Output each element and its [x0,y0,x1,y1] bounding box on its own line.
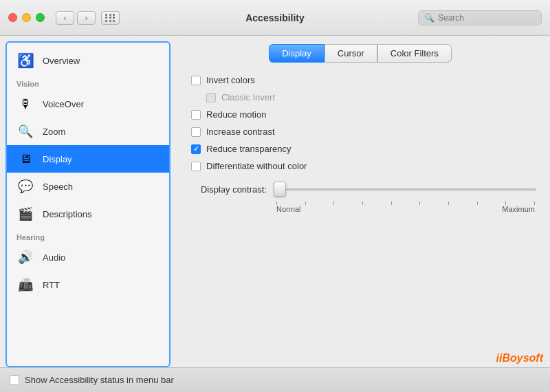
option-row-invert-colors: Invert colors [191,75,536,85]
hearing-section-label: Hearing [7,228,169,243]
tab-bar: Display Cursor Color Filters [184,44,536,63]
checkbox-reduce-transparency[interactable] [191,144,201,154]
option-row-differentiate-without-color: Differentiate without color [191,161,536,171]
vision-section-label: Vision [7,74,169,90]
back-button[interactable]: ‹ [56,11,74,25]
label-invert-colors: Invert colors [206,75,255,85]
bottom-bar: Show Accessibility status in menu bar [0,367,550,392]
slider-thumb[interactable] [274,182,286,197]
descriptions-icon: 🎬 [15,204,36,224]
label-increase-contrast: Increase contrast [206,127,275,137]
main-content: ♿ Overview Vision 🎙 VoiceOver 🔍 Zoom 🖥 D… [0,36,550,367]
sidebar-item-voiceover[interactable]: 🎙 VoiceOver [7,90,169,118]
label-classic-invert: Classic Invert [221,92,275,102]
option-row-reduce-motion: Reduce motion [191,109,536,120]
forward-button[interactable]: › [77,11,96,25]
slider-min-label: Normal [276,205,300,213]
sidebar: ♿ Overview Vision 🎙 VoiceOver 🔍 Zoom 🖥 D… [6,41,170,367]
overview-icon: ♿ [15,50,36,71]
audio-icon: 🔊 [15,247,36,268]
speech-label: Speech [43,182,73,192]
option-row-increase-contrast: Increase contrast [191,127,536,137]
search-icon: 🔍 [424,13,434,23]
options-area: Invert colors Classic Invert Reduce moti… [184,75,536,171]
nav-buttons: ‹ › [56,11,96,25]
rtt-icon: 📠 [15,274,36,295]
maximize-button[interactable] [36,13,45,22]
slider-container[interactable] [274,181,536,197]
display-icon: 🖥 [15,149,36,169]
label-reduce-motion: Reduce motion [206,109,266,120]
sidebar-item-zoom[interactable]: 🔍 Zoom [7,118,169,145]
rtt-label: RTT [43,280,60,290]
audio-label: Audio [43,252,65,263]
descriptions-label: Descriptions [43,209,92,219]
right-panel: Display Cursor Color Filters Invert colo… [170,36,550,367]
tab-display[interactable]: Display [269,44,324,63]
voiceover-label: VoiceOver [43,99,84,109]
slider-label: Display contrast: [191,184,267,195]
slider-row: Display contrast: [191,181,536,197]
checkbox-increase-contrast[interactable] [191,127,201,137]
checkbox-classic-invert[interactable] [206,93,216,102]
search-bar[interactable]: 🔍 [418,10,542,25]
sidebar-item-speech[interactable]: 💬 Speech [7,173,169,200]
minimize-button[interactable] [22,13,31,22]
slider-max-label: Maximum [502,205,535,213]
bottom-bar-label: Show Accessibility status in menu bar [25,375,174,385]
checkbox-reduce-motion[interactable] [191,110,201,120]
voiceover-icon: 🎙 [15,94,36,114]
zoom-icon: 🔍 [15,121,36,142]
zoom-label: Zoom [43,127,65,137]
sidebar-item-overview[interactable]: ♿ Overview [7,47,169,74]
option-row-reduce-transparency: Reduce transparency [191,144,536,154]
sidebar-item-descriptions[interactable]: 🎬 Descriptions [7,200,169,228]
search-input[interactable] [438,13,536,23]
tab-cursor[interactable]: Cursor [324,44,377,63]
close-button[interactable] [8,13,17,22]
label-differentiate-without-color: Differentiate without color [206,161,307,171]
grid-icon [105,14,116,22]
sidebar-item-display[interactable]: 🖥 Display [7,145,169,173]
grid-button[interactable] [101,11,120,25]
label-reduce-transparency: Reduce transparency [206,144,292,154]
speech-icon: 💬 [15,176,36,197]
watermark: iiBoysoft [496,352,543,364]
sidebar-item-audio[interactable]: 🔊 Audio [7,243,169,271]
slider-area: Display contrast: [184,181,536,213]
traffic-lights [8,13,45,22]
checkbox-differentiate-without-color[interactable] [191,162,201,171]
option-row-classic-invert: Classic Invert [191,92,536,102]
tab-color-filters[interactable]: Color Filters [377,44,452,63]
sidebar-item-rtt[interactable]: 📠 RTT [7,271,169,298]
window-title: Accessibility [245,12,305,23]
checkbox-invert-colors[interactable] [191,76,201,85]
checkbox-show-accessibility-status[interactable] [10,375,19,385]
watermark-text: iBoysoft [499,352,543,364]
sidebar-overview-label: Overview [43,56,80,66]
slider-track [274,188,536,190]
display-label: Display [43,154,72,164]
title-bar: ‹ › Accessibility 🔍 [0,0,550,36]
